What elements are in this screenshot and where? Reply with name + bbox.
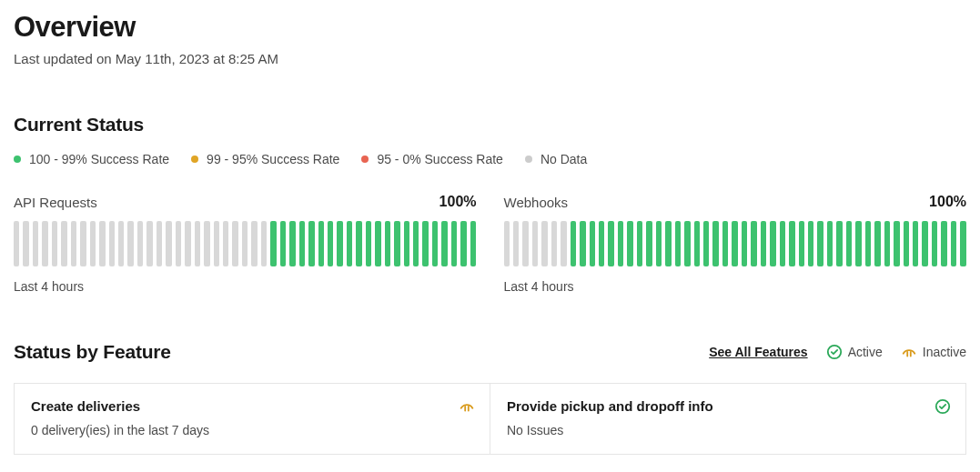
status-bar [742,221,747,266]
status-bar [712,221,718,266]
inactive-label: Inactive [923,345,966,359]
status-bar [42,221,47,266]
status-bar [422,221,428,266]
legend-label: 99 - 95% Success Rate [207,152,339,166]
feature-title: Create deliveries [31,398,473,414]
status-bar [504,221,510,266]
status-bar [522,221,528,266]
status-bar [751,221,756,266]
status-bar [270,221,276,266]
status-bar [960,221,965,266]
feature-title: Provide pickup and dropoff info [507,398,949,414]
status-bar [904,221,909,266]
status-bar [580,221,585,266]
inactive-legend: Inactive [901,344,966,360]
status-bar [195,221,200,266]
partial-circle-icon [459,398,475,415]
status-bar [799,221,804,266]
status-bar [913,221,918,266]
status-bar [656,221,662,266]
status-bar [684,221,690,266]
legend-item-yellow: 99 - 95% Success Rate [191,152,339,166]
active-label: Active [848,345,883,359]
status-bar [157,221,162,266]
status-bar [941,221,946,266]
status-bar [637,221,642,266]
status-bar [404,221,409,266]
status-bar [703,221,709,266]
status-bar [308,221,314,266]
dot-yellow-icon [191,156,198,163]
status-bar [770,221,775,266]
status-bar [722,221,728,266]
page-title: Overview [14,11,966,44]
status-bar [176,221,181,266]
status-bar [561,221,566,266]
status-bar [817,221,823,266]
legend-item-green: 100 - 99% Success Rate [14,152,169,166]
status-bar [874,221,880,266]
legend-item-gray: No Data [525,152,587,166]
status-bar [627,221,632,266]
status-bar [618,221,623,266]
status-bar [356,221,361,266]
status-bar [413,221,419,266]
status-bar [71,221,76,266]
status-bar [118,221,124,266]
status-bar [675,221,681,266]
status-bar [251,221,257,266]
partial-circle-icon [901,344,917,360]
status-legend: 100 - 99% Success Rate 99 - 95% Success … [14,152,966,166]
status-bar [460,221,466,266]
chart-footer: Last 4 hours [14,279,477,294]
status-bar [232,221,237,266]
status-bar [951,221,956,266]
status-bar [694,221,700,266]
status-bar [608,221,613,266]
status-bar [366,221,371,266]
status-bar [347,221,352,266]
webhooks-chart: Webhooks 100% Last 4 hours [504,194,967,294]
status-bar [99,221,105,266]
status-bar [865,221,871,266]
feature-card-create-deliveries[interactable]: Create deliveries 0 delivery(ies) in the… [15,384,490,454]
status-bar [61,221,66,266]
status-bar [780,221,785,266]
check-circle-icon [826,344,843,360]
status-bar [242,221,248,266]
feature-subtitle: No Issues [507,423,949,437]
status-bar [922,221,927,266]
status-bar [185,221,190,266]
status-bar [884,221,890,266]
status-bar [23,221,28,266]
status-bar [166,221,171,266]
status-bar [894,221,899,266]
last-updated: Last updated on May 11th, 2023 at 8:25 A… [14,51,966,66]
feature-card-pickup-dropoff[interactable]: Provide pickup and dropoff info No Issue… [490,384,965,454]
status-bar [571,221,576,266]
status-bar [90,221,96,266]
status-bar [646,221,652,266]
status-bar [375,221,380,266]
status-bar [432,221,438,266]
api-requests-chart: API Requests 100% Last 4 hours [14,194,477,294]
status-bar [385,221,390,266]
status-bar [599,221,604,266]
see-all-features-link[interactable]: See All Features [709,345,807,359]
status-bar [223,221,228,266]
status-bar [513,221,519,266]
chart-bars [14,221,477,266]
active-legend: Active [826,344,883,360]
status-bar [214,221,219,266]
status-bar [451,221,457,266]
status-bar [261,221,267,266]
legend-label: 100 - 99% Success Rate [29,152,169,166]
status-bar [337,221,342,266]
status-bar [855,221,861,266]
status-bar [289,221,295,266]
status-bar [846,221,852,266]
chart-bars [504,221,967,266]
chart-value: 100% [929,194,966,210]
status-bar [137,221,143,266]
status-bar [665,221,671,266]
